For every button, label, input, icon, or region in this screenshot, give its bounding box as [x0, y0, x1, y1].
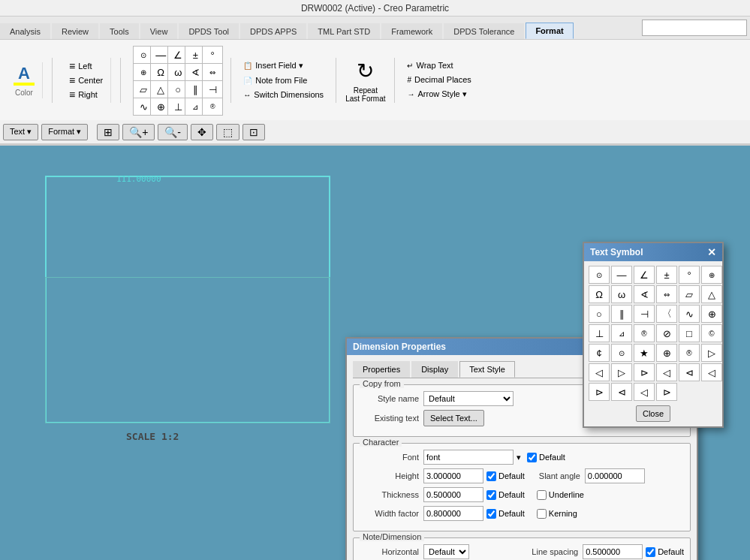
line-spacing-default-checkbox[interactable]: [646, 547, 655, 557]
sym-sq2[interactable]: ▷: [701, 344, 722, 362]
sym-omega2[interactable]: ω: [611, 285, 632, 303]
zoom-select-btn[interactable]: ⊡: [242, 124, 265, 140]
sym-ang[interactable]: ∠: [634, 266, 655, 284]
sym-arrow-l3[interactable]: ⊳: [656, 383, 677, 401]
decimal-places-btn[interactable]: # Decimal Places: [404, 74, 474, 86]
sym-clk[interactable]: ⊕: [701, 266, 722, 284]
kerning-checkbox[interactable]: [537, 509, 547, 519]
sym-Omega[interactable]: Ω: [589, 285, 610, 303]
sym-tri-l[interactable]: ◁: [589, 363, 610, 381]
align-left-btn[interactable]: ≡ Left: [66, 59, 106, 73]
sym-deg2[interactable]: °: [679, 266, 700, 284]
sym-circ2[interactable]: ○: [589, 305, 610, 323]
sym-arrow-r2[interactable]: ⊳: [589, 383, 610, 401]
thickness-input[interactable]: [423, 487, 483, 502]
text-symbol-close-button[interactable]: Close: [636, 405, 670, 422]
align-center-btn[interactable]: ≡ Center: [66, 74, 106, 87]
ribbon-search-input[interactable]: [642, 20, 747, 36]
sym-arrow-l[interactable]: ◁: [701, 363, 722, 381]
color-btn[interactable]: A: [11, 64, 38, 87]
main-canvas[interactable]: 111.00000 SCALE 1:2 Text Symbol ✕ ⊙ — ∠ …: [0, 146, 750, 560]
sym-no[interactable]: ⊘: [656, 324, 677, 342]
sym-sq-ang[interactable]: ⊿: [611, 324, 632, 342]
sym-arrow-r3[interactable]: ◁: [634, 383, 655, 401]
tab-tml-part-std[interactable]: TML Part STD: [308, 23, 380, 39]
repeat-last-format-btn[interactable]: ↻: [352, 57, 379, 85]
sym-pc[interactable]: ⊕: [701, 305, 722, 323]
width-factor-default-checkbox[interactable]: [486, 509, 496, 519]
sym-btn-perp[interactable]: ⊣: [202, 80, 223, 98]
horizontal-select[interactable]: Default Left Center Right: [423, 544, 469, 559]
width-factor-default-label: Default: [486, 509, 525, 519]
tab-properties[interactable]: Properties: [353, 361, 410, 378]
sym-P-c[interactable]: ©: [701, 324, 722, 342]
sym-pm2[interactable]: ±: [656, 266, 677, 284]
insert-field-btn[interactable]: 📋 Insert Field ▾: [240, 59, 327, 72]
style-name-select[interactable]: Default: [423, 391, 514, 406]
tab-dpds-tool[interactable]: DPDS Tool: [179, 23, 239, 39]
sym-arc2[interactable]: ∢: [634, 285, 655, 303]
sym-parall2[interactable]: ∥: [611, 305, 632, 323]
text-symbol-title: Text Symbol: [590, 247, 643, 257]
sym-para2[interactable]: ▱: [679, 285, 700, 303]
height-input[interactable]: [423, 468, 483, 483]
tab-analysis[interactable]: Analysis: [0, 23, 50, 39]
tab-framework[interactable]: Framework: [381, 23, 442, 39]
tab-view[interactable]: View: [140, 23, 178, 39]
sym-dblArrow[interactable]: ⇔: [656, 285, 677, 303]
zoom-out-btn[interactable]: 🔍-: [158, 124, 188, 140]
tab-review[interactable]: Review: [52, 23, 98, 39]
sym-btn-deg[interactable]: °: [202, 46, 223, 64]
tab-dpds-tolerance[interactable]: DPDS Tolerance: [444, 23, 524, 39]
tab-text-style[interactable]: Text Style: [459, 361, 515, 378]
sym-tri2[interactable]: △: [701, 285, 722, 303]
tab-tools[interactable]: Tools: [100, 23, 139, 39]
arrow-style-btn[interactable]: → Arrow Style ▾: [404, 88, 474, 101]
line-spacing-input[interactable]: [583, 544, 643, 559]
thickness-default-checkbox[interactable]: [486, 490, 496, 500]
tab-display[interactable]: Display: [411, 361, 458, 378]
pan-btn[interactable]: ✥: [191, 124, 213, 140]
sym-R-c[interactable]: ®: [634, 324, 655, 342]
sym-arrow-r[interactable]: ⊲: [679, 363, 700, 381]
font-input[interactable]: [423, 450, 514, 465]
wrap-text-btn[interactable]: ↵ Wrap Text: [404, 59, 474, 71]
horizontal-label: Horizontal: [360, 547, 423, 556]
underline-checkbox[interactable]: [537, 490, 547, 500]
sym-curve[interactable]: 〈: [656, 305, 677, 323]
font-default-checkbox[interactable]: [527, 453, 537, 462]
note-from-file-btn[interactable]: 📄 Note from File: [240, 74, 327, 86]
text-symbol-close-btn[interactable]: ✕: [707, 246, 716, 258]
zoom-in-btn[interactable]: 🔍+: [122, 124, 155, 140]
sym-reg[interactable]: ®: [679, 344, 700, 362]
sym-perp3[interactable]: ⊥: [589, 324, 610, 342]
font-dropdown-btn[interactable]: ▾: [517, 453, 521, 462]
select-text-btn[interactable]: Select Text...: [423, 410, 484, 426]
sym-tri-r2[interactable]: ⊳: [634, 363, 655, 381]
slant-angle-input[interactable]: [585, 468, 645, 483]
sym-tri-r[interactable]: ▷: [611, 363, 632, 381]
sym-wave2[interactable]: ∿: [679, 305, 700, 323]
sym-arrow-l2[interactable]: ⊲: [611, 383, 632, 401]
zoom-fit-btn[interactable]: ⊞: [97, 124, 119, 140]
format-dropdown-btn[interactable]: Format ▾: [41, 124, 88, 140]
sym-star[interactable]: ★: [634, 344, 655, 362]
sym-btn-arrow-lr[interactable]: ⇔: [202, 63, 223, 81]
sym-plus-c2[interactable]: ⊕: [656, 344, 677, 362]
switch-dimensions-btn[interactable]: ↔ Switch Dimensions: [240, 89, 327, 101]
zoom-rect-btn[interactable]: ⬚: [216, 124, 239, 140]
sym-sd[interactable]: ⊙: [589, 266, 610, 284]
text-dropdown-btn[interactable]: Text ▾: [3, 124, 38, 140]
sym-cent[interactable]: ¢: [589, 344, 610, 362]
align-right-btn[interactable]: ≡ Right: [66, 88, 106, 101]
height-default-checkbox[interactable]: [486, 471, 496, 481]
width-factor-input[interactable]: [423, 506, 483, 521]
sym-dash[interactable]: —: [611, 266, 632, 284]
sym-tri-l2[interactable]: ◁: [656, 363, 677, 381]
sym-c2[interactable]: ⊙: [611, 344, 632, 362]
sym-perp2[interactable]: ⊣: [634, 305, 655, 323]
sym-btn-r-circ[interactable]: ®: [202, 98, 223, 116]
tab-dpds-apps[interactable]: DPDS APPS: [240, 23, 306, 39]
sym-sq[interactable]: □: [679, 324, 700, 342]
tab-format[interactable]: Format: [526, 23, 573, 39]
